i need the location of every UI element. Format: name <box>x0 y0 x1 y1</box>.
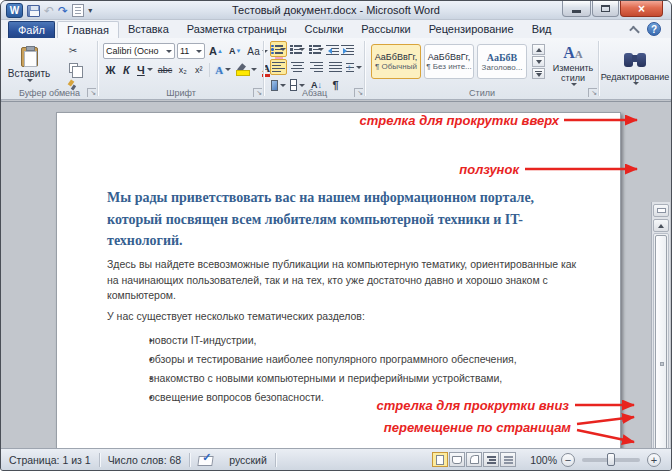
change-styles-button[interactable]: АA Изменить стили <box>549 41 597 89</box>
style-name: ¶ Без инте... <box>426 62 472 71</box>
dropdown-arrow-icon <box>633 82 639 85</box>
scrollbar-track[interactable] <box>653 233 669 471</box>
close-button[interactable]: × <box>620 1 663 17</box>
align-left-icon <box>272 62 285 73</box>
highlighter-icon <box>236 64 249 76</box>
dialog-launcher-icon[interactable]: ↘ <box>253 88 262 97</box>
tab-references[interactable]: Ссылки <box>296 21 353 38</box>
tab-home[interactable]: Главная <box>57 21 119 38</box>
highlight-color-button[interactable] <box>234 62 259 77</box>
justify-button[interactable] <box>327 59 344 75</box>
maximize-button[interactable] <box>592 1 619 17</box>
font-size-combo[interactable]: 11 <box>177 43 205 59</box>
list-item: •обзоры и тестирование наиболее популярн… <box>107 352 577 366</box>
spellcheck-icon[interactable]: ✓ <box>198 454 213 466</box>
gallery-more-button[interactable] <box>532 68 545 79</box>
zoom-in-button[interactable]: + <box>647 453 661 467</box>
group-clipboard: Вставить ✂ Буфер обмена ↘ <box>1 38 98 99</box>
style-card-normal[interactable]: АаБбВвГг, ¶ Обычный <box>371 44 421 79</box>
group-styles: АаБбВвГг, ¶ Обычный АаБбВвГг, ¶ Без инте… <box>365 38 599 99</box>
change-styles-label: Изменить стили <box>550 63 596 83</box>
tab-insert[interactable]: Вставка <box>119 21 178 38</box>
copy-button[interactable] <box>57 60 87 75</box>
zoom-slider[interactable] <box>582 458 640 462</box>
fullscreen-reading-view-button[interactable] <box>449 452 465 467</box>
document-paragraph-1: Здесь вы найдете всевозможные публикации… <box>107 257 577 304</box>
line-spacing-button[interactable]: ↕ <box>346 59 363 75</box>
superscript-button[interactable]: x² <box>191 62 206 77</box>
group-paragraph: ↕ А↓ ¶ Абзац ↘ <box>264 38 365 99</box>
help-button[interactable]: ? <box>647 22 661 36</box>
underline-button[interactable]: Ч <box>135 62 155 77</box>
styles-gallery: АаБбВвГг, ¶ Обычный АаБбВвГг, ¶ Без инте… <box>371 44 527 79</box>
align-right-button[interactable] <box>308 59 325 75</box>
dropdown-arrow-icon <box>147 68 153 71</box>
strikethrough-button[interactable]: abc <box>156 62 175 77</box>
tab-review[interactable]: Рецензирование <box>420 21 523 38</box>
change-case-icon: Аа <box>247 46 259 57</box>
italic-icon: К <box>123 64 130 76</box>
copy-icon <box>69 63 78 73</box>
separator <box>275 453 276 467</box>
word-window: W ↶ ↷ ▾ Тестовый документ.docx - Microso… <box>0 0 672 471</box>
dialog-launcher-icon[interactable]: ↘ <box>354 88 363 97</box>
font-name-combo[interactable]: Calibri (Осно <box>103 43 175 59</box>
page-count[interactable]: Страница: 1 из 1 <box>1 454 99 466</box>
zoom-out-button[interactable]: − <box>561 453 575 467</box>
print-layout-view-button[interactable] <box>432 452 448 467</box>
dialog-launcher-icon[interactable]: ↘ <box>588 88 597 97</box>
minimize-button[interactable] <box>562 1 591 17</box>
language-indicator[interactable]: русский <box>221 454 275 466</box>
shrink-font-button[interactable]: А▼ <box>227 44 243 59</box>
up-arrow-icon <box>658 224 664 228</box>
font-size-value: 11 <box>180 46 189 56</box>
bullet-list-icon <box>271 44 278 54</box>
scroll-up-button[interactable] <box>653 219 669 232</box>
style-card-no-spacing[interactable]: АаБбВвГг, ¶ Без инте... <box>424 44 474 79</box>
subscript-button[interactable]: x₂ <box>175 62 190 77</box>
draft-icon <box>504 455 513 464</box>
outline-view-button[interactable] <box>483 452 499 467</box>
italic-button[interactable]: К <box>119 62 134 77</box>
multilevel-list-button[interactable] <box>308 41 325 57</box>
bullets-button[interactable] <box>270 41 287 57</box>
align-left-button[interactable] <box>270 59 287 75</box>
minimize-ribbon-icon[interactable] <box>630 26 639 32</box>
grow-font-button[interactable]: А▲ <box>207 44 225 59</box>
annotation-page-nav-label: перемещение по страницам <box>384 420 571 435</box>
paste-button[interactable]: Вставить <box>9 42 49 87</box>
group-label-styles: Стили <box>365 88 599 98</box>
numbering-button[interactable] <box>289 41 306 57</box>
gallery-scroll-up-button[interactable] <box>532 44 545 55</box>
bullet-icon: • <box>107 333 149 347</box>
dialog-launcher-icon[interactable]: ↘ <box>87 88 96 97</box>
web-layout-view-button[interactable] <box>466 452 482 467</box>
word-count[interactable]: Число слов: 68 <box>100 454 190 466</box>
dropdown-arrow-icon <box>166 50 172 53</box>
tab-page-layout[interactable]: Разметка страницы <box>178 21 296 38</box>
bullet-icon: • <box>107 390 149 404</box>
decrease-indent-button[interactable] <box>327 44 340 55</box>
maximize-icon <box>601 5 610 12</box>
ruler-toggle-button[interactable] <box>653 204 669 217</box>
down-arrow-icon <box>536 60 542 64</box>
editing-button[interactable]: Редактирование <box>602 42 668 92</box>
zoom-slider-thumb[interactable] <box>607 453 615 466</box>
draft-view-button[interactable] <box>500 452 516 467</box>
group-label-font: Шрифт <box>98 88 264 98</box>
text-effects-button[interactable]: А <box>213 62 233 77</box>
zoom-level[interactable]: 100% <box>530 454 557 466</box>
cut-button[interactable]: ✂ <box>57 43 87 58</box>
annotation-scroll-down-label: стрелка для прокрутки вниз <box>377 398 569 413</box>
tab-file[interactable]: Файл <box>8 21 55 38</box>
ribbon: Вставить ✂ Буфер обмена ↘ Calibri (Осно … <box>1 38 671 100</box>
align-center-button[interactable] <box>289 59 306 75</box>
bold-button[interactable]: Ж <box>103 62 118 77</box>
scrollbar-thumb[interactable] <box>655 235 667 471</box>
gallery-scroll-down-button[interactable] <box>532 56 545 67</box>
increase-indent-button[interactable] <box>342 44 355 55</box>
tab-view[interactable]: Вид <box>523 21 561 38</box>
style-card-heading[interactable]: АаБбВ Заголово... <box>477 44 527 79</box>
tab-mailings[interactable]: Рассылки <box>352 21 419 38</box>
dropdown-arrow-icon <box>251 68 257 71</box>
